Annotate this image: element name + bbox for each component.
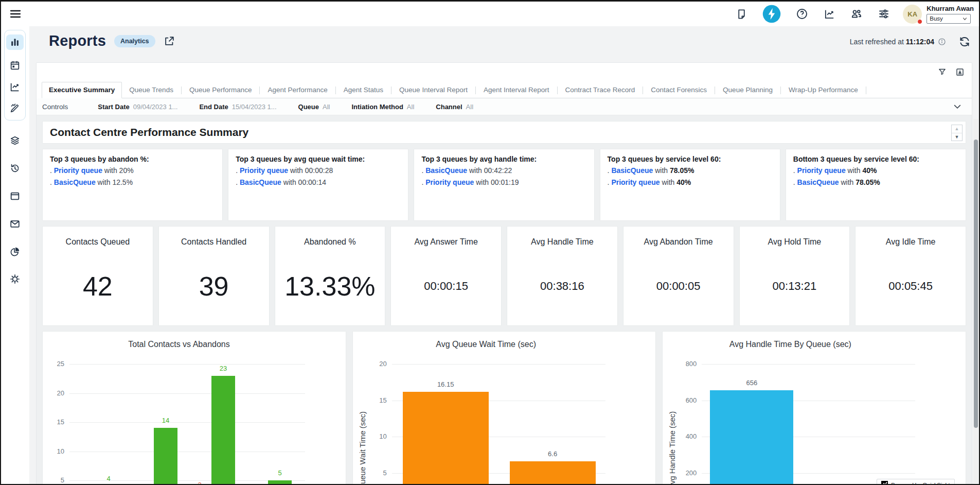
quicksight-logo-icon bbox=[881, 481, 888, 484]
help-icon[interactable] bbox=[796, 8, 808, 20]
notes-icon[interactable] bbox=[735, 8, 747, 20]
tab-separator bbox=[391, 86, 391, 94]
export-icon[interactable] bbox=[955, 67, 965, 77]
summary-card-2: Top 3 queues by avg queue wait time:. Pr… bbox=[228, 149, 408, 221]
queue-link-basicqueue[interactable]: BasicQueue bbox=[425, 166, 467, 175]
kpi-value: 00:00:05 bbox=[656, 280, 701, 293]
user-menu: KA Khurram Awan Busy bbox=[903, 5, 974, 24]
mail-icon[interactable] bbox=[6, 216, 24, 232]
pie-chart-icon[interactable] bbox=[6, 244, 24, 259]
queue-link-priority-queue[interactable]: Priority queue bbox=[611, 178, 660, 186]
hamburger-menu-icon[interactable] bbox=[9, 8, 22, 20]
forecasting-icon[interactable] bbox=[6, 100, 24, 116]
queue-link-priority-queue[interactable]: Priority queue bbox=[240, 166, 288, 175]
tab-executive-summary[interactable]: Executive Summary bbox=[42, 82, 122, 98]
tab-queue-performance[interactable]: Queue Performance bbox=[182, 82, 259, 98]
summary-value: 20% bbox=[119, 166, 134, 175]
flash-tasks-icon[interactable] bbox=[762, 5, 781, 23]
queue-link-basicqueue[interactable]: BasicQueue bbox=[611, 166, 653, 175]
tab-queue-trends[interactable]: Queue Trends bbox=[122, 82, 181, 98]
queue-link-basicqueue[interactable]: BasicQueue bbox=[240, 178, 281, 186]
chevron-down-icon[interactable] bbox=[952, 101, 963, 112]
metrics-icon[interactable] bbox=[823, 8, 835, 20]
agents-icon[interactable] bbox=[850, 8, 863, 20]
filter-funnel-icon[interactable] bbox=[937, 67, 947, 77]
layers-icon[interactable] bbox=[6, 133, 24, 148]
summary-line: . Priority queue with 40% bbox=[793, 166, 958, 175]
bar-value-label: 656 bbox=[697, 379, 806, 387]
tab-contact-forensics[interactable]: Contact Forensics bbox=[644, 82, 714, 98]
kpi-card-avg-hold-time: Avg Hold Time00:13:21 bbox=[739, 226, 850, 326]
main-content: Reports Analytics Last refreshed at 11:1… bbox=[29, 26, 979, 484]
summary-card-3: Top 3 queues by avg handle time:. BasicQ… bbox=[414, 149, 594, 221]
tab-contract-trace-record[interactable]: Contract Trace Record bbox=[558, 82, 643, 98]
kpi-card-avg-handle-time: Avg Handle Time00:38:16 bbox=[507, 226, 618, 326]
kpi-value-wrap: 00:00:05 bbox=[623, 247, 734, 325]
kpi-value: 00:00:15 bbox=[424, 280, 468, 293]
preferences-icon[interactable] bbox=[878, 8, 890, 20]
summary-card-title: Top 3 queues by service level 60: bbox=[608, 155, 773, 163]
summary-card-title: Top 3 queues by abandon %: bbox=[50, 155, 215, 163]
summary-value: 00:00:14 bbox=[298, 178, 327, 186]
settings-icon[interactable] bbox=[6, 271, 24, 287]
reports-icon[interactable] bbox=[6, 34, 24, 50]
tab-queue-planning[interactable]: Queue Planning bbox=[716, 82, 780, 98]
calendar-icon[interactable] bbox=[6, 58, 24, 73]
refresh-icon[interactable] bbox=[958, 36, 971, 48]
chart-title: Avg Queue Wait Time (sec) bbox=[383, 340, 589, 349]
external-link-icon[interactable] bbox=[164, 36, 175, 47]
y-tick-label: 15 bbox=[43, 418, 64, 426]
filter-end-date[interactable]: End Date15/04/2023 1... bbox=[199, 103, 276, 111]
queue-link-priority-queue[interactable]: Priority queue bbox=[797, 166, 846, 175]
tab-agent-status[interactable]: Agent Status bbox=[336, 82, 390, 98]
history-icon[interactable] bbox=[6, 161, 24, 176]
tab-agent-performance[interactable]: Agent Performance bbox=[260, 82, 334, 98]
info-icon[interactable] bbox=[938, 38, 946, 46]
y-tick-label: 5 bbox=[43, 476, 64, 484]
summary-card-1: Top 3 queues by abandon %:. Priority que… bbox=[42, 149, 223, 221]
status-select[interactable]: Busy bbox=[926, 14, 971, 24]
avatar[interactable]: KA bbox=[903, 5, 922, 24]
bar bbox=[211, 376, 235, 484]
tab-bar: Executive SummaryQueue TrendsQueue Perfo… bbox=[42, 83, 972, 98]
tab-queue-interval-report[interactable]: Queue Interval Report bbox=[392, 82, 475, 98]
filter-queue[interactable]: QueueAll bbox=[298, 103, 330, 111]
vertical-scrollbar[interactable] bbox=[973, 119, 978, 483]
queue-link-priority-queue[interactable]: Priority queue bbox=[425, 178, 474, 186]
filter-intiation-method[interactable]: Intiation MethodAll bbox=[351, 103, 414, 111]
summary-line: . BasicQueue with 00:42:22 bbox=[421, 166, 586, 175]
filter-start-date[interactable]: Start Date09/04/2023 1... bbox=[98, 103, 177, 111]
summary-line: . BasicQueue with 12.5% bbox=[50, 178, 215, 187]
tab-separator bbox=[335, 86, 336, 94]
sidebar bbox=[1, 26, 29, 484]
scrollbar-thumb[interactable] bbox=[974, 140, 978, 428]
queue-link-priority-queue[interactable]: Priority queue bbox=[54, 166, 102, 175]
queue-link-basicqueue[interactable]: BasicQueue bbox=[54, 178, 96, 186]
sheet-scroll-spinner: ▲ ▼ bbox=[951, 125, 963, 141]
kpi-label: Avg Idle Time bbox=[886, 237, 936, 247]
report-panel: Executive SummaryQueue TrendsQueue Perfo… bbox=[36, 62, 972, 484]
bar bbox=[710, 390, 793, 484]
filter-channel[interactable]: ChannelAll bbox=[436, 103, 473, 111]
tab-separator bbox=[643, 86, 643, 94]
scroll-down-icon[interactable]: ▼ bbox=[952, 133, 962, 141]
gridline bbox=[69, 364, 305, 365]
metrics-icon[interactable] bbox=[6, 79, 24, 95]
y-tick-label: 25 bbox=[43, 360, 64, 368]
summary-value: 12.5% bbox=[112, 178, 133, 186]
y-tick-label: 200 bbox=[663, 469, 697, 477]
summary-value: 00:01:19 bbox=[491, 178, 519, 186]
queue-link-basicqueue[interactable]: BasicQueue bbox=[797, 178, 839, 186]
window-icon[interactable] bbox=[6, 188, 24, 204]
y-tick-label: 600 bbox=[663, 396, 697, 404]
last-refreshed-time: 11:12:04 bbox=[906, 38, 934, 46]
tab-agent-interval-report[interactable]: Agent Interval Report bbox=[476, 82, 557, 98]
scroll-up-icon[interactable]: ▲ bbox=[952, 125, 962, 133]
filter-value: 09/04/2023 1... bbox=[133, 103, 178, 111]
kpi-card-avg-abandon-time: Avg Abandon Time00:00:05 bbox=[623, 226, 734, 326]
kpi-value-wrap: 00:38:16 bbox=[507, 247, 617, 325]
chart-title: Total Contacts vs Abandons bbox=[76, 340, 282, 349]
tab-wrap-up-performance[interactable]: Wrap-Up Performance bbox=[781, 82, 865, 98]
kpi-label: Abandoned % bbox=[304, 237, 356, 247]
summary-card-5: Bottom 3 queues by service level 60:. Pr… bbox=[786, 149, 966, 221]
